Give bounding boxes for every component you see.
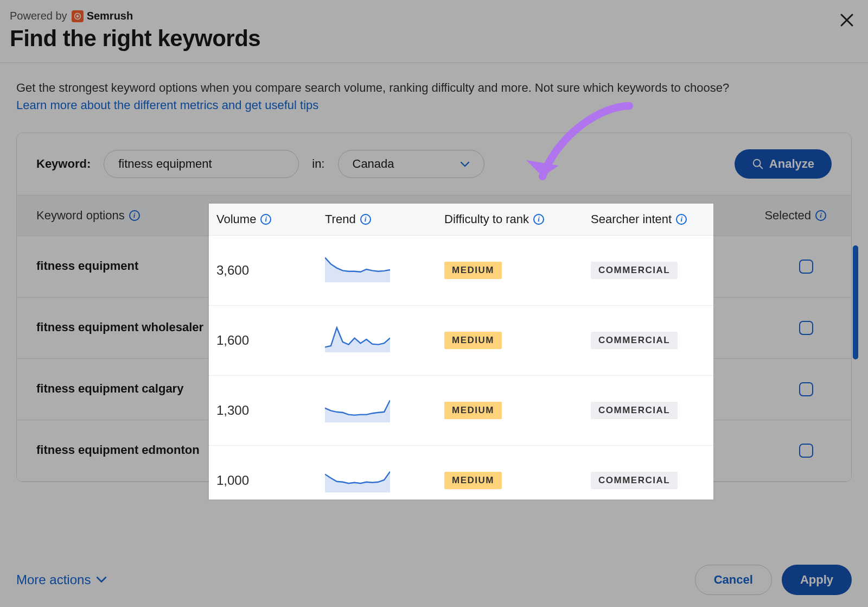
keyword-input[interactable]: fitness equipment bbox=[104, 150, 299, 178]
column-header: Trend i bbox=[325, 212, 444, 226]
select-checkbox[interactable] bbox=[799, 444, 813, 458]
info-icon[interactable]: i bbox=[129, 210, 140, 221]
intent-cell: COMMERCIAL bbox=[591, 402, 713, 419]
svg-line-1 bbox=[760, 166, 763, 169]
close-icon bbox=[839, 12, 855, 28]
difficulty-cell: MEDIUM bbox=[444, 332, 591, 349]
semrush-logo-icon: ⦿ bbox=[72, 10, 84, 22]
cancel-button[interactable]: Cancel bbox=[695, 565, 772, 595]
keyword-cell: fitness equipment wholesaler bbox=[36, 320, 210, 336]
info-icon[interactable]: i bbox=[360, 214, 371, 225]
info-icon[interactable]: i bbox=[260, 214, 271, 225]
column-header: Searcher intent i bbox=[591, 212, 721, 226]
volume-cell: 1,600 bbox=[216, 333, 325, 348]
in-label: in: bbox=[312, 157, 324, 171]
volume-cell: 1,300 bbox=[216, 403, 325, 418]
difficulty-cell: MEDIUM bbox=[444, 472, 591, 489]
intent-cell: COMMERCIAL bbox=[591, 262, 713, 279]
trend-cell bbox=[325, 466, 444, 495]
learn-more-link[interactable]: Learn more about the different metrics a… bbox=[16, 98, 318, 112]
trend-cell bbox=[325, 326, 444, 355]
more-actions-menu[interactable]: More actions bbox=[16, 572, 107, 587]
analyze-button[interactable]: Analyze bbox=[735, 149, 832, 179]
info-icon[interactable]: i bbox=[815, 210, 826, 221]
brand-name: Semrush bbox=[87, 10, 133, 22]
intent-cell: COMMERCIAL bbox=[591, 332, 713, 349]
volume-cell: 1,000 bbox=[216, 473, 325, 488]
keyword-cell: fitness equipment calgary bbox=[36, 381, 210, 397]
volume-cell: 3,600 bbox=[216, 263, 325, 278]
select-checkbox[interactable] bbox=[799, 321, 813, 335]
page-title: Find the right keywords bbox=[10, 26, 858, 52]
powered-by: Powered by ⦿ Semrush bbox=[10, 10, 858, 22]
info-icon[interactable]: i bbox=[676, 214, 687, 225]
search-icon bbox=[752, 158, 764, 170]
info-icon[interactable]: i bbox=[533, 214, 544, 225]
keyword-cell: fitness equipment bbox=[36, 258, 210, 274]
keyword-cell: fitness equipment edmonton bbox=[36, 442, 210, 458]
difficulty-cell: MEDIUM bbox=[444, 402, 591, 419]
intro-text: Get the strongest keyword options when y… bbox=[16, 79, 852, 114]
select-checkbox[interactable] bbox=[799, 260, 813, 274]
difficulty-cell: MEDIUM bbox=[444, 262, 591, 279]
column-header: Difficulty to rank i bbox=[444, 212, 591, 226]
chevron-down-icon bbox=[460, 157, 470, 171]
close-button[interactable] bbox=[838, 11, 856, 29]
trend-cell bbox=[325, 256, 444, 284]
keyword-label: Keyword: bbox=[36, 157, 91, 171]
trend-cell bbox=[325, 396, 444, 425]
column-header: Volume i bbox=[216, 212, 325, 226]
country-select[interactable]: Canada bbox=[338, 150, 484, 178]
scrollbar-thumb[interactable] bbox=[853, 245, 858, 359]
intent-cell: COMMERCIAL bbox=[591, 472, 713, 489]
apply-button[interactable]: Apply bbox=[782, 565, 852, 595]
chevron-down-icon bbox=[96, 576, 107, 584]
select-checkbox[interactable] bbox=[799, 382, 813, 396]
